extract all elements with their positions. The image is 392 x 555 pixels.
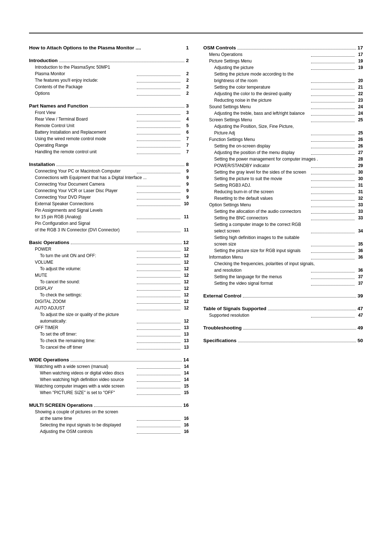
entry-page: 2 [181,84,189,90]
toc-entry: Introduction to the PlasmaSync 50MP1 [29,64,189,70]
entry-page: 14 [181,376,189,383]
entry-page: 36 [356,247,363,254]
section-heading: Specifications [203,338,237,343]
entry-page: 36 [356,254,363,260]
entry-page: 13 [181,324,189,331]
section-heading: Basic Operations [29,240,69,245]
entry-page: 33 [356,215,363,221]
entry-page: 27 [356,149,363,156]
entry-page: 12 [181,252,189,259]
entry-page: 37 [356,274,363,280]
toc-entry: To check the settings:12 [29,292,189,298]
entry-text: When watching videos or digital video di… [40,370,136,376]
entry-text: External Speaker Connections [35,200,136,207]
entry-text: brightness of the room [214,77,310,84]
section-page: 3 [186,103,189,109]
entry-page: 36 [356,267,363,274]
entry-text: Connections with Equipment that has a Di… [35,174,148,181]
entry-page: 30 [356,169,363,175]
toc-entry: Operating Range7 [29,142,189,149]
entry-text: Setting RGB3 ADJ. [214,182,310,189]
toc-entry: Options2 [29,90,189,97]
entry-page: 37 [356,280,363,287]
entry-page: 12 [181,272,189,279]
entry-page: 26 [356,143,363,149]
entry-text: of the RGB 3 IN Connector (DVI Connector… [35,227,136,233]
toc-entry: To adjust the size or quality of the pic… [29,311,189,318]
toc-entry: for 15 pin RGB (Analog)11 [29,214,189,220]
entry-text: select screen [214,228,310,234]
toc-entry: select screen34 [203,228,363,234]
toc-entry: Option Settings Menu33 [203,202,363,208]
toc-entry: Setting the gray level for the sides of … [203,169,363,175]
entry-page: 7 [181,149,189,155]
entry-text: Adjusting the picture [214,64,310,71]
entry-page: 15 [181,389,189,396]
entry-text: Connecting Your DVD Player [35,194,136,200]
entry-text: Resetting to the default values [214,195,310,202]
entry-page: 16 [181,415,189,422]
entry-page: 22 [356,90,363,97]
entry-page: 24 [356,104,363,110]
toc-section: WIDE Operations14Watching with a wide sc… [29,352,189,396]
entry-text: To set the off timer: [40,331,136,337]
toc-entry: Menu Operations17 [203,51,363,58]
entry-page: 2 [181,70,189,77]
toc-entry: brightness of the room20 [203,77,363,84]
toc-entry: Watching with a wide screen (manual)14 [29,363,189,370]
toc-entry: Watching computer images with a wide scr… [29,383,189,389]
section-page: 39 [358,293,363,299]
toc-entry: Setting the color temperature21 [203,84,363,90]
entry-text: Function Settings Menu [209,136,310,143]
entry-page: 31 [356,182,363,189]
section-page: 49 [358,325,363,331]
entry-text: Plasma Monitor [35,70,136,77]
entry-text: Sound Settings Menu [209,104,310,110]
entry-page: 12 [181,318,189,324]
entry-text: Setting the power management for compute… [214,156,323,162]
entry-page: 33 [356,202,363,208]
entry-page: 16 [181,428,189,435]
entry-text: Setting the allocation of the audio conn… [214,208,310,215]
section-heading: How to Attach Options to the Plasma Moni… [29,45,141,50]
entry-text: Using the wired remote control mode [35,135,136,142]
entry-text: Showing a couple of pictures on the scre… [35,409,189,415]
entry-text: Setting high definition images to the su… [214,234,363,241]
entry-text: To check the settings: [40,292,136,298]
entry-text: MUTE [35,272,136,279]
toc-section: MULTI SCREEN Operations16Showing a coupl… [29,397,189,435]
toc-entry: Front View3 [29,109,189,116]
toc-entry: Checking the frequencies, polarities of … [203,260,363,267]
entry-text: Setting the video signal format [214,280,310,287]
toc-entry: Reducting noise in the picture23 [203,97,363,104]
toc-entry: Connecting Your DVD Player9 [29,194,189,200]
entry-text: Reducing burn-in of the screen [214,189,310,195]
toc-entry: Handling the remote control unit7 [29,149,189,155]
toc-entry: Setting the picture to suit the movie30 [203,175,363,182]
toc-entry: To cancel the off timer13 [29,344,189,351]
section-page: 14 [183,357,189,362]
entry-page: 29 [356,162,363,169]
entry-text: Rear View / Terminal Board [35,116,136,122]
toc-section: Table of Signals Supported47Supported re… [203,301,363,319]
entry-text: Adjusting the Position, Size, Fine Pictu… [214,123,363,130]
entry-text: Adjusting the OSM controls [40,428,136,435]
entry-text: Options [35,90,136,97]
toc-entry: DISPLAY12 [29,285,189,292]
toc-entry: Setting the power management for compute… [203,156,363,162]
toc-entry: and resolution36 [203,267,363,274]
toc-entry: Adjusting the treble, bass and left/righ… [203,110,363,117]
toc-entry: POWER12 [29,246,189,252]
entry-text: To adjust the size or quality of the pic… [40,311,189,318]
toc-entry: Adjusting the position of the menu displ… [203,149,363,156]
toc-entry: Remote Control Unit5 [29,122,189,129]
toc-entry: Picture Adj25 [203,130,363,136]
toc-entry: DIGITAL ZOOM12 [29,298,189,305]
toc-entry: Resetting to the default values32 [203,195,363,202]
toc-section: OSM Controls17Menu Operations17Picture S… [203,40,363,287]
toc-entry: Information Menu36 [203,254,363,260]
entry-text: POWER/STANDBY indicator [214,162,310,169]
entry-page: 19 [356,64,363,71]
entry-text: Setting the picture size for RGB input s… [214,247,310,254]
entry-page: 2 [181,90,189,97]
